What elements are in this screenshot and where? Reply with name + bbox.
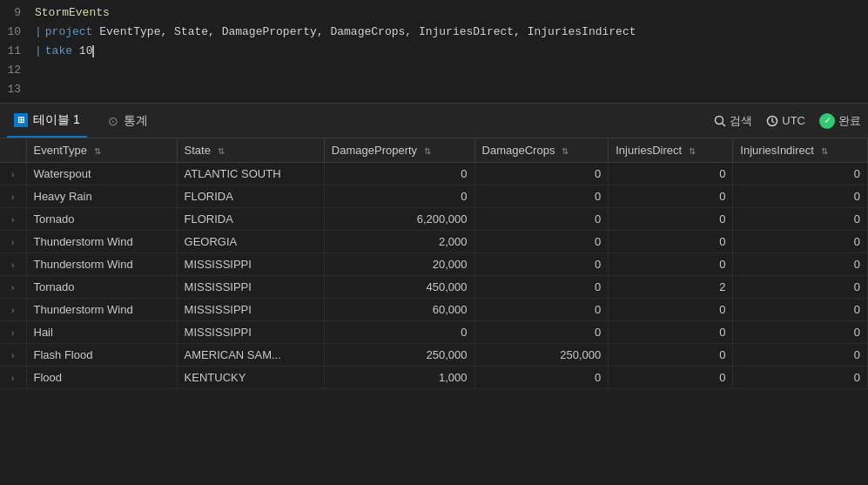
expand-arrow[interactable]: › bbox=[11, 260, 14, 270]
cell-damagecrops: 0 bbox=[474, 231, 609, 253]
tab-table[interactable]: ⊞ 테이블 1 bbox=[7, 104, 87, 138]
cell-injuriesindirect: 0 bbox=[733, 185, 868, 208]
cell-state: AMERICAN SAM... bbox=[177, 344, 324, 367]
cell-eventtype: Tornado bbox=[26, 276, 177, 299]
cell-damageproperty: 0 bbox=[324, 185, 474, 208]
cell-injuriesdirect: 0 bbox=[609, 344, 733, 367]
col-damagecrops[interactable]: DamageCrops ⇅ bbox=[474, 138, 609, 163]
expand-cell[interactable]: › bbox=[0, 299, 26, 321]
sort-icon-eventtype: ⇅ bbox=[94, 146, 101, 156]
code-line-13: 13 bbox=[0, 80, 868, 99]
cell-damagecrops: 0 bbox=[474, 276, 609, 299]
cell-eventtype: Flash Flood bbox=[26, 344, 177, 367]
table-row: ›Thunderstorm WindGEORGIA2,000000 bbox=[0, 231, 868, 253]
table-icon: ⊞ bbox=[14, 113, 28, 127]
utc-label: UTC bbox=[782, 114, 805, 127]
cell-damageproperty: 250,000 bbox=[324, 344, 474, 367]
table-row: ›Thunderstorm WindMISSISSIPPI60,000000 bbox=[0, 299, 868, 321]
cell-state: KENTUCKY bbox=[177, 367, 324, 389]
table-body: ›WaterspoutATLANTIC SOUTH0000›Heavy Rain… bbox=[0, 163, 868, 389]
line-number-12: 12 bbox=[0, 61, 35, 80]
sort-icon-state: ⇅ bbox=[218, 146, 225, 156]
expand-arrow[interactable]: › bbox=[11, 238, 14, 247]
cell-damagecrops: 0 bbox=[474, 208, 609, 231]
cell-eventtype: Hail bbox=[26, 321, 177, 344]
expand-cell[interactable]: › bbox=[0, 367, 26, 389]
expand-arrow[interactable]: › bbox=[11, 170, 14, 179]
expand-arrow[interactable]: › bbox=[11, 351, 14, 360]
table-row: ›TornadoFLORIDA6,200,000000 bbox=[0, 208, 868, 231]
tabs-right-controls: 검색 UTC ✓ 완료 bbox=[714, 113, 861, 129]
col-eventtype[interactable]: EventType ⇅ bbox=[26, 138, 177, 163]
cell-state: FLORIDA bbox=[177, 185, 324, 208]
expand-cell[interactable]: › bbox=[0, 344, 26, 367]
expand-cell[interactable]: › bbox=[0, 276, 26, 299]
cell-damageproperty: 1,000 bbox=[324, 367, 474, 389]
cell-state: MISSISSIPPI bbox=[177, 253, 324, 276]
expand-arrow[interactable]: › bbox=[11, 215, 14, 225]
cell-injuriesdirect: 2 bbox=[609, 276, 733, 299]
cell-injuriesindirect: 0 bbox=[733, 231, 868, 253]
expand-cell[interactable]: › bbox=[0, 231, 26, 253]
cell-damagecrops: 0 bbox=[474, 253, 609, 276]
line-content-11: |take 10 bbox=[35, 42, 868, 61]
svg-line-1 bbox=[723, 123, 726, 126]
expand-cell[interactable]: › bbox=[0, 208, 26, 231]
stats-icon: ⊙ bbox=[108, 114, 118, 128]
cell-damageproperty: 6,200,000 bbox=[324, 208, 474, 231]
cell-injuriesindirect: 0 bbox=[733, 276, 868, 299]
cell-injuriesindirect: 0 bbox=[733, 253, 868, 276]
cell-damageproperty: 2,000 bbox=[324, 231, 474, 253]
tabs-bar: ⊞ 테이블 1 ⊙ 통계 검색 UTC ✓ 완료 bbox=[0, 104, 868, 138]
code-editor[interactable]: 9 StormEvents 10 |project EventType, Sta… bbox=[0, 0, 868, 104]
tab-table-label: 테이블 1 bbox=[33, 112, 80, 128]
line-number-13: 13 bbox=[0, 80, 35, 99]
expand-arrow[interactable]: › bbox=[11, 328, 14, 338]
utc-button[interactable]: UTC bbox=[766, 114, 805, 127]
results-table: EventType ⇅ State ⇅ DamageProperty ⇅ Dam… bbox=[0, 138, 868, 389]
results-table-area[interactable]: EventType ⇅ State ⇅ DamageProperty ⇅ Dam… bbox=[0, 138, 868, 485]
cell-injuriesdirect: 0 bbox=[609, 163, 733, 185]
complete-badge: ✓ 완료 bbox=[819, 113, 861, 129]
code-line-9: 9 StormEvents bbox=[0, 3, 868, 23]
cell-state: MISSISSIPPI bbox=[177, 276, 324, 299]
sort-icon-injuriesindirect: ⇅ bbox=[821, 146, 828, 156]
tab-stats-label: 통계 bbox=[124, 113, 148, 129]
line-number-10: 10 bbox=[0, 23, 35, 42]
line-number-11: 11 bbox=[0, 42, 35, 61]
cell-damageproperty: 20,000 bbox=[324, 253, 474, 276]
tab-stats[interactable]: ⊙ 통계 bbox=[101, 104, 155, 138]
col-injuriesindirect[interactable]: InjuriesIndirect ⇅ bbox=[733, 138, 868, 163]
expand-arrow[interactable]: › bbox=[11, 306, 14, 315]
cell-injuriesindirect: 0 bbox=[733, 344, 868, 367]
expand-arrow[interactable]: › bbox=[11, 374, 14, 383]
col-injuriesdirect[interactable]: InjuriesDirect ⇅ bbox=[609, 138, 733, 163]
expand-arrow[interactable]: › bbox=[11, 192, 14, 202]
cell-injuriesindirect: 0 bbox=[733, 321, 868, 344]
sort-icon-damageproperty: ⇅ bbox=[424, 146, 431, 156]
cell-state: MISSISSIPPI bbox=[177, 299, 324, 321]
cell-damagecrops: 0 bbox=[474, 163, 609, 185]
cell-state: FLORIDA bbox=[177, 208, 324, 231]
expand-cell[interactable]: › bbox=[0, 253, 26, 276]
search-button[interactable]: 검색 bbox=[714, 113, 752, 129]
cell-injuriesindirect: 0 bbox=[733, 163, 868, 185]
expand-cell[interactable]: › bbox=[0, 321, 26, 344]
cell-damageproperty: 60,000 bbox=[324, 299, 474, 321]
sort-icon-damagecrops: ⇅ bbox=[562, 146, 569, 156]
col-state[interactable]: State ⇅ bbox=[177, 138, 324, 163]
col-damageproperty[interactable]: DamageProperty ⇅ bbox=[324, 138, 474, 163]
col-expand bbox=[0, 138, 26, 163]
cell-eventtype: Thunderstorm Wind bbox=[26, 299, 177, 321]
expand-cell[interactable]: › bbox=[0, 163, 26, 185]
clock-icon bbox=[766, 115, 778, 127]
cell-damagecrops: 0 bbox=[474, 321, 609, 344]
search-label: 검색 bbox=[730, 113, 752, 129]
cell-damageproperty: 0 bbox=[324, 163, 474, 185]
expand-cell[interactable]: › bbox=[0, 185, 26, 208]
expand-arrow[interactable]: › bbox=[11, 283, 14, 293]
cell-damageproperty: 0 bbox=[324, 321, 474, 344]
table-header-row: EventType ⇅ State ⇅ DamageProperty ⇅ Dam… bbox=[0, 138, 868, 163]
cell-injuriesdirect: 0 bbox=[609, 367, 733, 389]
line-content-10: |project EventType, State, DamagePropert… bbox=[35, 23, 868, 42]
